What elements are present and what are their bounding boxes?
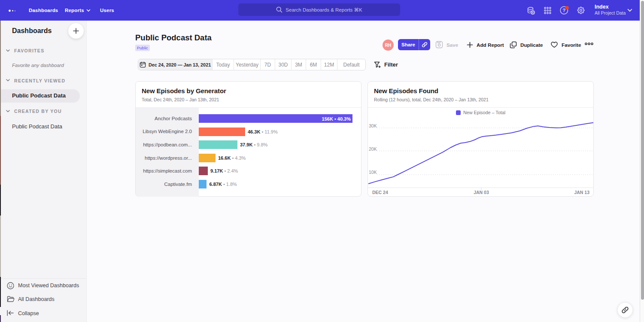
svg-text:20K: 20K <box>369 146 377 152</box>
svg-text:JAN 13: JAN 13 <box>574 190 589 195</box>
svg-text:?: ? <box>562 8 565 13</box>
svg-text:JAN 03: JAN 03 <box>474 190 489 195</box>
svg-text:DEC 24: DEC 24 <box>372 190 388 195</box>
svg-text:10K: 10K <box>369 170 377 175</box>
svg-text:30K: 30K <box>369 123 377 128</box>
